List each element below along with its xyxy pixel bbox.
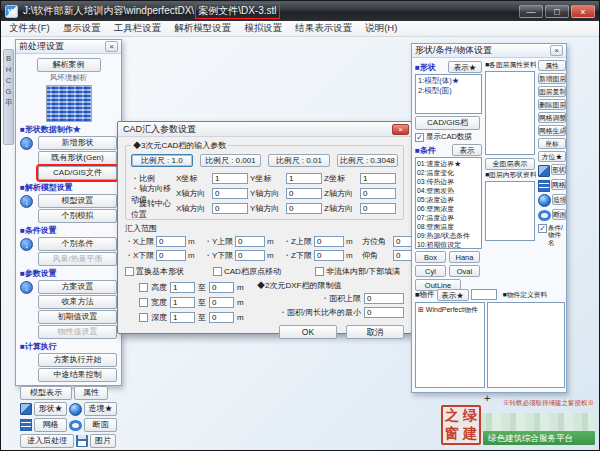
x-lower-input[interactable] — [156, 250, 186, 261]
scale-001-button[interactable]: 比例尺 : 0.01 — [268, 154, 330, 167]
environment-view-button-right[interactable]: 造境★ — [552, 194, 566, 205]
cond-obj-name-checkbox[interactable]: ✓ — [538, 224, 547, 233]
object-def-listbox[interactable] — [487, 302, 565, 388]
width-to-input[interactable] — [209, 297, 234, 308]
y-coord-input[interactable] — [286, 173, 322, 184]
minimize-button[interactable]: — — [519, 5, 543, 18]
delete-layer-button[interactable]: 删除图层 — [538, 99, 566, 110]
object-tree[interactable]: ⊞ WindPerfect物件 — [415, 302, 485, 388]
depth-to-input[interactable] — [209, 312, 234, 323]
individual-condition-button[interactable]: 个别条件 — [38, 237, 117, 251]
cancel-button[interactable]: 取消 — [346, 325, 404, 339]
depth-from-input[interactable] — [170, 312, 195, 323]
z-coord-input[interactable] — [360, 173, 396, 184]
individual-simulation-button[interactable]: 个别模拟 — [38, 209, 117, 223]
layers-listbox[interactable] — [485, 71, 535, 155]
object-show-button[interactable]: 表示★ — [437, 289, 469, 301]
midway-result-control-button[interactable]: 中途结果控制 — [38, 368, 117, 382]
area-upper-input[interactable] — [364, 293, 404, 304]
mesh-generate-button[interactable]: 网格生成 — [538, 125, 566, 136]
goto-postprocess-button[interactable]: 进入后处理 — [20, 434, 74, 448]
width-checkbox[interactable] — [139, 298, 148, 307]
new-shape-button[interactable]: 新增形状 — [38, 136, 117, 150]
cross-section-button[interactable]: 断面 — [84, 418, 117, 432]
shape-list-item[interactable]: 1:模型(体)★ — [418, 76, 479, 86]
depth-checkbox[interactable] — [139, 313, 148, 322]
cad-origin-move-checkbox[interactable] — [213, 267, 222, 276]
condition-item[interactable]: 10:初期值设定 — [417, 240, 480, 249]
menu-simulation-settings[interactable]: 模拟设置 — [244, 22, 282, 35]
menu-help[interactable]: 说明(H) — [365, 22, 397, 35]
shape-listbox[interactable]: 1:模型(体)★ 2:模型(面) — [415, 74, 482, 114]
shape-view-button[interactable]: 形状★ — [34, 402, 67, 416]
oval-primitive-button[interactable]: Oval — [449, 265, 480, 277]
cad-gis-file-button-right[interactable]: CAD/GIS档 — [415, 116, 480, 130]
z-lower-input[interactable] — [314, 250, 344, 261]
scheme-settings-button[interactable]: 方案设置 — [38, 280, 117, 294]
y-lower-input[interactable] — [235, 250, 265, 261]
object-name-input[interactable] — [471, 289, 497, 300]
maximize-button[interactable]: □ — [545, 5, 569, 18]
scale-1-button[interactable]: 比例尺 : 1.0 — [131, 154, 193, 167]
attribute-button-right[interactable]: 属性 — [538, 60, 566, 71]
menu-display-settings[interactable]: 显示设置 — [63, 22, 101, 35]
ok-button[interactable]: OK — [279, 325, 337, 339]
shape-view-button-right[interactable]: 形状★ — [551, 164, 566, 175]
image-button[interactable]: 图片 — [90, 434, 116, 448]
model-display-button[interactable]: 模型表示 — [20, 386, 72, 400]
analysis-case-button[interactable]: 解析案例 — [37, 58, 101, 72]
height-from-input[interactable] — [170, 282, 195, 293]
tree-item-label[interactable]: WindPerfect物件 — [426, 306, 478, 313]
orientation-button[interactable]: 方位★ — [538, 151, 566, 162]
tree-expand-icon[interactable]: ⊞ — [418, 306, 424, 313]
coordinate-button[interactable]: 座标 — [538, 138, 566, 149]
attribute-button[interactable]: 属性 — [74, 386, 108, 400]
close-button[interactable]: × — [571, 5, 595, 18]
model-settings-button[interactable]: 模型设置 — [38, 194, 117, 208]
area-perimeter-min-input[interactable] — [364, 307, 404, 318]
panel-close-icon[interactable]: × — [105, 41, 118, 52]
existing-shape-button[interactable]: 既有形状(Gen) — [38, 151, 117, 165]
model-preview-thumbnail[interactable] — [46, 85, 92, 122]
initial-value-settings-button[interactable]: 初期值设置 — [38, 310, 117, 324]
box-primitive-button[interactable]: Box — [415, 251, 446, 263]
condition-item[interactable]: 08:壁面温度 — [417, 222, 480, 231]
show-all-layers-button[interactable]: 全图层表示 — [485, 158, 535, 170]
menu-result-display-settings[interactable]: 结果表示设置 — [295, 22, 352, 35]
cross-section-button-right[interactable]: 断面 — [552, 209, 566, 220]
z-rot-input[interactable] — [360, 203, 396, 214]
y-rot-input[interactable] — [286, 203, 322, 214]
shape-show-button[interactable]: 表示★ — [448, 61, 482, 73]
y-move-input[interactable] — [286, 188, 322, 199]
run-scheme-button[interactable]: 方案执行开始 — [38, 353, 117, 367]
x-rot-input[interactable] — [212, 203, 248, 214]
condition-show-button[interactable]: 表示 — [452, 144, 482, 156]
environment-view-button[interactable]: 造境★ — [84, 402, 117, 416]
add-layer-button[interactable]: 新增图层 — [538, 73, 566, 84]
menu-file[interactable]: 文件夹(F) — [9, 22, 50, 35]
mesh-button[interactable]: 网格 — [34, 418, 67, 432]
condition-item[interactable]: 03:传热边界 — [417, 177, 480, 186]
cad-gis-file-button[interactable]: CAD/GIS文件 — [38, 166, 117, 180]
condition-item[interactable]: 09:热源/状态条件 — [417, 231, 480, 240]
cyl-primitive-button[interactable]: Cyl — [415, 265, 446, 277]
condition-listbox[interactable]: 01:速度边界★ 02:温度变化 03:传热边界 04:壁面发热 05:浓度边界… — [415, 157, 482, 249]
convergence-method-button[interactable]: 收束方法 — [38, 295, 117, 309]
height-checkbox[interactable] — [139, 283, 148, 292]
condition-item[interactable]: 06:壁面浓度 — [417, 204, 480, 213]
dialog-close-icon[interactable]: × — [392, 124, 409, 135]
width-from-input[interactable] — [170, 297, 195, 308]
condition-item[interactable]: 02:温度变化 — [417, 168, 480, 177]
shape-list-item[interactable]: 2:模型(面) — [418, 86, 479, 96]
height-to-input[interactable] — [209, 282, 234, 293]
layer-shapes-listbox[interactable] — [485, 181, 535, 241]
y-upper-input[interactable] — [235, 236, 265, 247]
hana-primitive-button[interactable]: Hana — [449, 251, 480, 263]
mesh-view-button-right[interactable]: 网格 — [551, 179, 566, 190]
x-coord-input[interactable] — [212, 173, 248, 184]
z-move-input[interactable] — [360, 188, 396, 199]
condition-item[interactable]: 04:壁面发热 — [417, 186, 480, 195]
menu-toolbar-settings[interactable]: 工具栏设置 — [114, 22, 162, 35]
panel-close-icon[interactable]: × — [550, 45, 563, 56]
x-move-input[interactable] — [212, 188, 248, 199]
